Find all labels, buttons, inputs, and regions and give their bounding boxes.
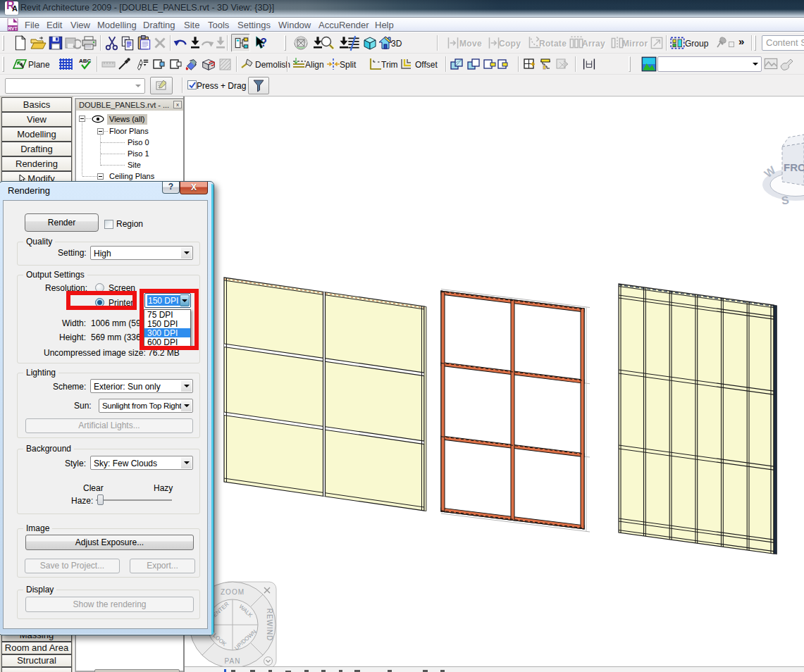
svg-text:FRO: FRO <box>784 161 804 173</box>
svg-text:RVT: RVT <box>8 26 18 31</box>
svg-text:REWIND: REWIND <box>266 609 273 642</box>
svg-text:PAN: PAN <box>225 657 241 665</box>
svg-text:ZOOM: ZOOM <box>221 588 245 596</box>
